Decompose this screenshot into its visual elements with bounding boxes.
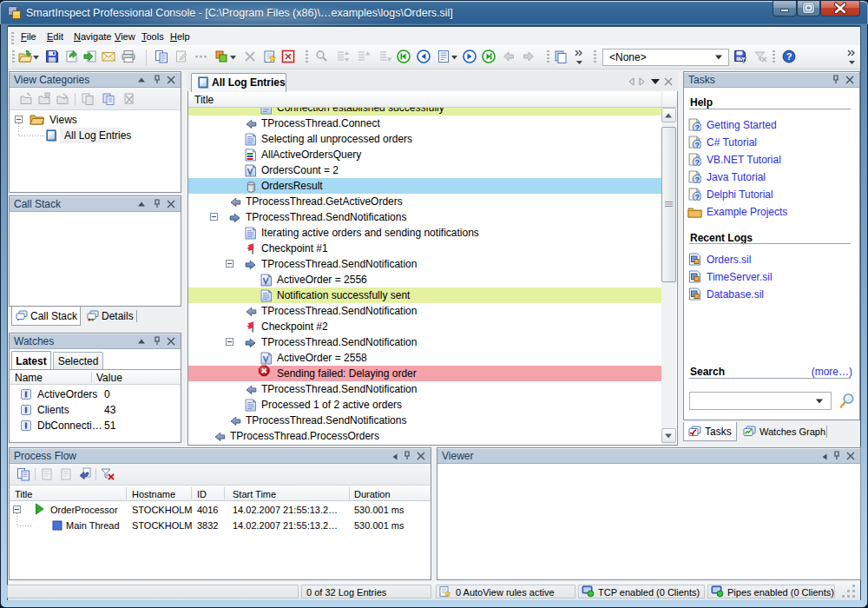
svg-text:?: ? xyxy=(786,51,792,62)
